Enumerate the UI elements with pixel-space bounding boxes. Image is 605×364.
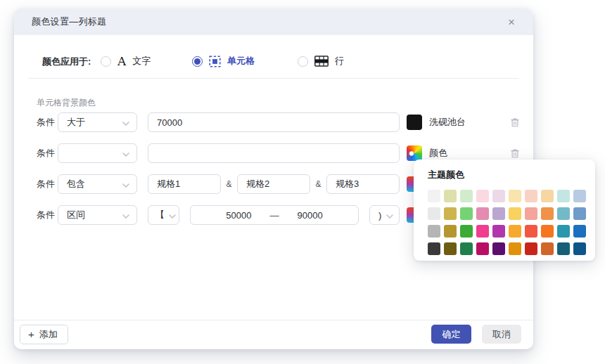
palette-color-swatch[interactable] (525, 225, 537, 238)
palette-color-swatch[interactable] (557, 207, 570, 220)
range-input[interactable]: 50000 — 90000 (190, 205, 359, 225)
add-condition-button[interactable]: + 添加 (20, 325, 68, 344)
operator-select[interactable]: 大于 (58, 112, 137, 132)
radio-label: 文字 (132, 55, 151, 67)
operator-value: 区间 (67, 209, 118, 221)
radio-icon[interactable] (101, 56, 111, 67)
theme-color-grid (428, 190, 585, 255)
operator-value: 包含 (67, 178, 118, 190)
and-joiner: & (221, 179, 237, 189)
palette-color-swatch[interactable] (573, 207, 586, 220)
color-swatch[interactable] (407, 115, 422, 130)
range-max[interactable]: 90000 (298, 210, 323, 221)
operator-value: 大于 (67, 116, 118, 129)
palette-color-swatch[interactable] (509, 190, 521, 202)
palette-color-swatch[interactable] (428, 207, 440, 220)
color-name: 颜色 (429, 147, 447, 160)
palette-color-swatch[interactable] (492, 190, 505, 202)
condition-row-3: 条件 包含 & & (37, 174, 400, 194)
color-name: 洗砚池台 (429, 116, 466, 129)
range-min[interactable]: 50000 (226, 210, 251, 221)
bracket-value: 【 (155, 209, 165, 221)
palette-color-swatch[interactable] (492, 225, 505, 238)
palette-color-swatch[interactable] (541, 207, 554, 220)
value-input[interactable] (148, 112, 400, 132)
palette-color-swatch[interactable] (476, 225, 489, 238)
radio-label: 单元格 (227, 55, 255, 67)
palette-color-swatch[interactable] (573, 225, 586, 238)
condition-label: 条件 (37, 178, 55, 190)
operator-select[interactable] (58, 143, 137, 163)
palette-color-swatch[interactable] (460, 207, 473, 220)
radio-icon[interactable] (192, 56, 203, 67)
palette-color-swatch[interactable] (460, 225, 473, 238)
palette-color-swatch[interactable] (541, 242, 554, 255)
condition-row-1: 条件 大于 (37, 112, 400, 132)
trash-icon[interactable] (510, 148, 520, 158)
palette-color-swatch[interactable] (509, 225, 521, 238)
radio-icon[interactable] (298, 56, 308, 67)
spec-input-1[interactable] (148, 174, 221, 194)
chevron-down-icon (122, 147, 129, 160)
condition-label: 条件 (37, 209, 55, 221)
dialog-title: 颜色设置—列标题 (32, 15, 106, 28)
palette-color-swatch[interactable] (557, 190, 570, 202)
palette-color-swatch[interactable] (428, 242, 440, 255)
theme-color-popup: 主题颜色 (414, 160, 595, 261)
rainbow-color-picker-icon[interactable] (407, 145, 422, 161)
operator-select[interactable]: 区间 (58, 205, 137, 225)
palette-color-swatch[interactable] (428, 190, 440, 202)
chevron-down-icon (122, 178, 129, 190)
close-bracket-select[interactable]: ) (369, 205, 400, 225)
open-bracket-select[interactable]: 【 (148, 205, 179, 225)
add-button-label: 添加 (39, 328, 58, 341)
palette-color-swatch[interactable] (573, 242, 586, 255)
palette-color-swatch[interactable] (444, 190, 457, 202)
palette-color-swatch[interactable] (557, 242, 570, 255)
palette-color-swatch[interactable] (525, 207, 537, 220)
close-icon[interactable]: × (504, 14, 519, 30)
chevron-down-icon (122, 209, 129, 221)
palette-color-swatch[interactable] (444, 242, 457, 255)
palette-color-swatch[interactable] (541, 225, 554, 238)
divider (28, 78, 519, 79)
palette-color-swatch[interactable] (541, 190, 554, 202)
palette-title: 主题颜色 (428, 169, 585, 181)
palette-color-swatch[interactable] (428, 225, 440, 238)
chevron-down-icon (122, 116, 129, 129)
radio-label: 行 (335, 55, 344, 67)
palette-color-swatch[interactable] (476, 242, 489, 255)
spec-input-3[interactable] (326, 174, 400, 194)
palette-color-swatch[interactable] (460, 242, 473, 255)
palette-color-swatch[interactable] (573, 190, 586, 202)
confirm-button[interactable]: 确定 (431, 325, 471, 344)
cancel-button[interactable]: 取消 (482, 325, 521, 344)
palette-color-swatch[interactable] (492, 242, 505, 255)
value-input[interactable] (148, 143, 400, 163)
radio-option-row[interactable]: 行 (298, 52, 344, 70)
palette-color-swatch[interactable] (444, 207, 457, 220)
condition-label: 条件 (37, 116, 55, 129)
table-row-icon (314, 56, 329, 67)
palette-color-swatch[interactable] (509, 242, 521, 255)
operator-select[interactable]: 包含 (58, 174, 137, 194)
palette-color-swatch[interactable] (557, 225, 570, 238)
palette-color-swatch[interactable] (444, 225, 457, 238)
range-dash: — (270, 210, 279, 221)
spec-input-2[interactable] (237, 174, 310, 194)
palette-color-swatch[interactable] (525, 242, 537, 255)
palette-color-swatch[interactable] (525, 190, 537, 202)
plus-icon: + (28, 329, 34, 339)
page: 颜色设置—列标题 × 颜色应用于: A 文字 单元格 (0, 0, 605, 364)
trash-icon[interactable] (510, 117, 520, 127)
palette-color-swatch[interactable] (509, 207, 521, 220)
radio-option-text[interactable]: A 文字 (101, 52, 151, 70)
radio-option-cell[interactable]: 单元格 (192, 52, 255, 70)
apply-to-row: 颜色应用于: A 文字 单元格 (28, 52, 521, 70)
palette-color-swatch[interactable] (476, 207, 489, 220)
palette-color-swatch[interactable] (476, 190, 489, 202)
divider (14, 320, 533, 320)
palette-color-swatch[interactable] (492, 207, 505, 220)
palette-color-swatch[interactable] (460, 190, 473, 202)
color-result-1: 洗砚池台 (407, 112, 466, 132)
